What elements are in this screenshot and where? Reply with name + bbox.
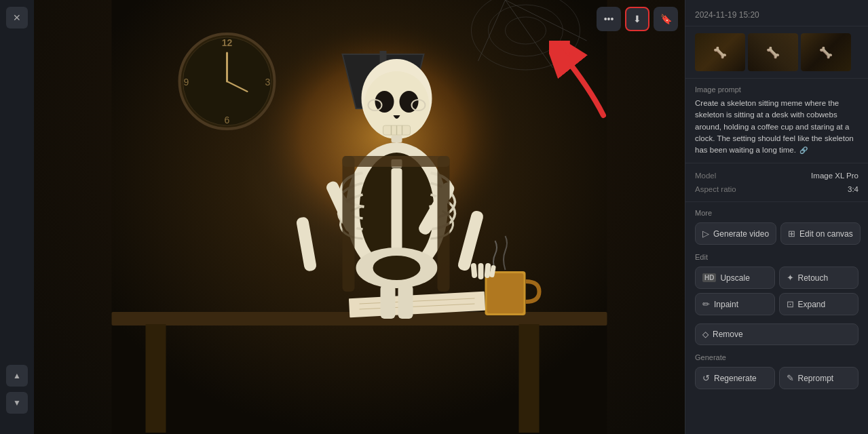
svg-rect-55 [381,285,396,319]
svg-point-30 [375,91,394,113]
upscale-icon: HD [702,273,716,282]
expand-button[interactable]: ⊡ Expand [779,293,859,315]
skeleton-image: 12 3 6 9 [34,0,685,434]
regenerate-icon: ↺ [702,373,710,383]
svg-text:9: 9 [184,77,189,87]
upscale-button[interactable]: HD Upscale [695,267,775,289]
model-label: Model [695,172,716,180]
timestamp: 2024-11-19 15:20 [695,10,759,20]
video-icon: ▷ [702,229,709,239]
svg-point-31 [400,91,419,113]
thumbnail-2[interactable] [748,33,798,71]
aspect-row: Aspect ratio 3:4 [695,182,858,196]
link-icon: 🔗 [799,146,808,154]
svg-rect-56 [398,285,413,319]
generate-video-button[interactable]: ▷ Generate video [695,222,776,245]
retouch-icon: ✦ [787,273,794,283]
skeleton-artwork: 12 3 6 9 [34,0,685,434]
bookmark-button[interactable]: 🔖 [654,7,678,31]
svg-rect-57 [343,156,355,292]
svg-text:6: 6 [225,115,230,125]
action-section: More ▷ Generate video ⊞ Edit on canvas E… [685,202,868,404]
remove-button[interactable]: ◇ Remove [695,323,858,345]
svg-rect-24 [487,273,524,313]
thumbnail-1[interactable] [695,33,745,71]
prompt-label: Image prompt [695,85,858,94]
nav-up-button[interactable]: ▲ [6,365,28,387]
inpaint-button[interactable]: ✏ Inpaint [695,293,775,315]
aspect-value: 3:4 [848,185,858,193]
model-value: Image XL Pro [811,172,858,180]
more-actions-grid: ▷ Generate video ⊞ Edit on canvas [695,222,858,245]
panel-header: 2024-11-19 15:20 [685,0,868,26]
svg-rect-58 [438,156,450,292]
svg-rect-43 [392,168,402,250]
more-section-label: More [695,209,858,217]
thumbnail-3[interactable] [801,33,851,71]
svg-rect-38 [392,136,402,142]
right-panel: 2024-11-19 15:20 Image prompt Create a s… [685,0,868,434]
remove-icon: ◇ [702,330,709,339]
canvas-icon: ⊞ [788,229,795,239]
regenerate-button[interactable]: ↺ Regenerate [695,367,775,389]
prompt-section: Image prompt Create a skeleton sitting m… [685,79,868,163]
prompt-text: Create a skeleton sitting meme where the… [695,98,858,156]
generate-section-label: Generate [695,353,858,361]
thumbnail-row [685,26,868,79]
inpaint-icon: ✏ [702,299,710,309]
edit-actions-grid: HD Upscale ✦ Retouch ✏ Inpaint ⊡ Expand [695,267,858,315]
svg-text:3: 3 [265,77,271,87]
svg-rect-22 [519,324,540,433]
svg-rect-21 [146,324,166,433]
expand-icon: ⊡ [787,299,794,309]
edit-on-canvas-button[interactable]: ⊞ Edit on canvas [780,222,861,245]
reprompt-icon: ✎ [787,373,794,383]
edit-section-label: Edit [695,253,858,261]
aspect-label: Aspect ratio [695,185,736,193]
image-toolbar: ••• ⬇ 🔖 [597,7,678,31]
svg-rect-48 [478,263,484,279]
meta-section: Model Image XL Pro Aspect ratio 3:4 [685,163,868,202]
left-sidebar: ✕ ▲ ▼ [0,0,34,434]
download-button[interactable]: ⬇ [625,7,649,31]
retouch-button[interactable]: ✦ Retouch [779,267,859,289]
reprompt-button[interactable]: ✎ Reprompt [779,367,859,389]
nav-down-button[interactable]: ▼ [6,392,28,414]
main-image-area: 12 3 6 9 [34,0,685,434]
svg-point-54 [373,256,421,280]
close-button[interactable]: ✕ [6,7,28,28]
svg-rect-59 [343,156,450,167]
nav-buttons: ▲ ▼ [6,362,28,414]
svg-text:12: 12 [222,37,233,48]
generate-actions-grid: ↺ Regenerate ✎ Reprompt [695,367,858,389]
model-row: Model Image XL Pro [695,169,858,182]
more-options-button[interactable]: ••• [597,7,621,31]
